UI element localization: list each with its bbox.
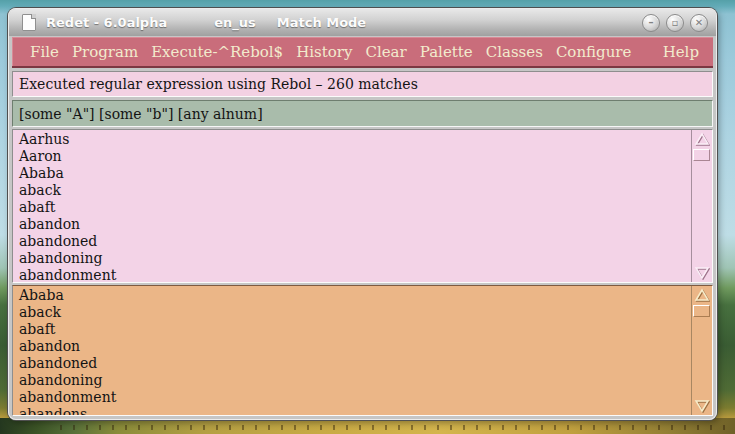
menu-item[interactable]: Clear — [365, 43, 406, 61]
regex-entry-field[interactable]: [some "A"] [some "b"] [any alnum] — [12, 100, 713, 127]
list-item[interactable]: Ababa — [13, 165, 691, 182]
menu-item[interactable]: Configure — [556, 43, 631, 61]
list-item[interactable]: abaft — [13, 321, 691, 338]
menu-bar: FileProgramExecute-^Rebol$HistoryClearPa… — [12, 37, 713, 68]
window-title: Redet - 6.0alpha — [46, 15, 167, 30]
scrollbar-thumb[interactable] — [693, 305, 710, 317]
menu-item-help[interactable]: Help — [663, 43, 699, 61]
minimize-icon: – — [649, 17, 654, 28]
menu-item[interactable]: History — [296, 43, 352, 61]
list-item[interactable]: abandoning — [13, 372, 691, 389]
list-item[interactable]: Ababa — [13, 287, 691, 304]
source-list-scrollbar[interactable] — [691, 130, 712, 282]
menu-items: FileProgramExecute-^Rebol$HistoryClearPa… — [12, 43, 631, 61]
close-icon: ✕ — [695, 17, 703, 28]
list-item[interactable]: abandon — [13, 216, 691, 233]
menu-item[interactable]: File — [30, 43, 59, 61]
redet-app-window: Redet - 6.0alpha en_us Match Mode – ▫ ✕ … — [8, 8, 717, 420]
list-item[interactable]: abandoning — [13, 250, 691, 267]
scroll-down-arrow-icon[interactable] — [692, 264, 712, 282]
match-results-listbox[interactable]: Ababaabackabaftabandonabandonedabandonin… — [12, 285, 713, 416]
list-item[interactable]: aback — [13, 182, 691, 199]
window-locale-label: en_us — [214, 15, 256, 30]
source-words-rows: AarhusAaronAbabaabackabaftabandonabandon… — [13, 131, 691, 283]
painting-arches-detail — [60, 425, 725, 430]
window-mode-label: Match Mode — [277, 15, 366, 30]
minimize-button[interactable]: – — [642, 14, 660, 32]
scroll-up-arrow-icon[interactable] — [692, 130, 712, 148]
title-bar[interactable]: Redet - 6.0alpha en_us Match Mode – ▫ ✕ — [9, 9, 716, 36]
list-item[interactable]: abandonment — [13, 267, 691, 283]
scroll-down-arrow-icon[interactable] — [692, 397, 712, 415]
list-item[interactable]: abandons — [13, 406, 691, 416]
list-item[interactable]: abandoned — [13, 355, 691, 372]
window-document-icon — [22, 14, 36, 31]
regex-entry-value: [some "A"] [some "b"] [any alnum] — [19, 106, 263, 122]
menu-item[interactable]: Program — [72, 43, 138, 61]
menu-item[interactable]: Execute-^Rebol$ — [151, 43, 283, 61]
list-item[interactable]: Aarhus — [13, 131, 691, 148]
menu-item[interactable]: Classes — [486, 43, 543, 61]
desktop-background-bottom-strip — [0, 418, 735, 434]
status-bar: Executed regular expression using Rebol … — [12, 71, 713, 97]
scrollbar-thumb[interactable] — [693, 149, 710, 161]
window-controls: – ▫ ✕ — [642, 14, 708, 32]
maximize-icon: ▫ — [672, 17, 679, 28]
match-results-rows: Ababaabackabaftabandonabandonedabandonin… — [13, 287, 691, 416]
status-text: Executed regular expression using Rebol … — [19, 76, 418, 92]
scroll-up-arrow-icon[interactable] — [692, 286, 712, 304]
list-item[interactable]: abandonment — [13, 389, 691, 406]
match-list-scrollbar[interactable] — [691, 286, 712, 415]
list-item[interactable]: aback — [13, 304, 691, 321]
list-item[interactable]: Aaron — [13, 148, 691, 165]
source-words-listbox[interactable]: AarhusAaronAbabaabackabaftabandonabandon… — [12, 129, 713, 283]
maximize-button[interactable]: ▫ — [666, 14, 684, 32]
list-item[interactable]: abandon — [13, 338, 691, 355]
list-item[interactable]: abaft — [13, 199, 691, 216]
menu-item[interactable]: Palette — [420, 43, 473, 61]
list-item[interactable]: abandoned — [13, 233, 691, 250]
close-button[interactable]: ✕ — [690, 14, 708, 32]
